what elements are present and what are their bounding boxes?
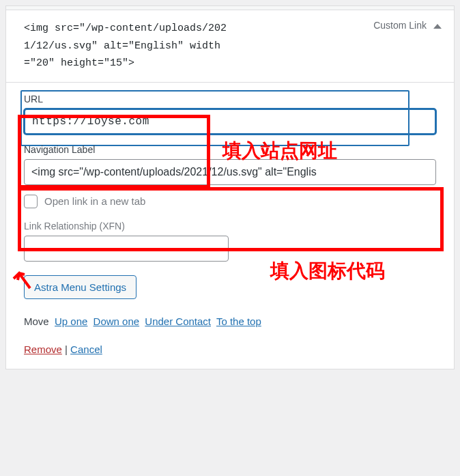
xfn-field: Link Relationship (XFN) (24, 221, 436, 262)
url-label: URL (24, 94, 436, 104)
menu-item-type-label: Custom Link (373, 20, 427, 31)
url-field: URL (24, 94, 436, 135)
annotation-text-icon: 填入图标代码 (270, 258, 385, 284)
open-new-tab-row: Open link in a new tab (24, 195, 436, 208)
astra-menu-settings-button[interactable]: Astra Menu Settings (24, 275, 136, 299)
menu-item-header[interactable]: <img src="/wp-content/uploads/2021/12/us… (6, 10, 454, 83)
xfn-input[interactable] (24, 236, 229, 262)
move-to-top-link[interactable]: To the top (216, 316, 261, 327)
remove-link[interactable]: Remove (24, 344, 62, 355)
url-input[interactable] (24, 109, 436, 135)
move-row: Move Up one Down one Under Contact To th… (24, 316, 436, 327)
annotation-arrow-icon (10, 261, 34, 292)
cancel-link[interactable]: Cancel (70, 344, 102, 355)
move-label: Move (24, 316, 49, 327)
action-separator: | (65, 344, 68, 355)
menu-item-type: Custom Link (373, 20, 442, 72)
menu-item-title: <img src="/wp-content/uploads/2021/12/us… (24, 20, 235, 72)
chevron-up-icon[interactable] (433, 24, 442, 29)
move-under-contact-link[interactable]: Under Contact (145, 316, 211, 327)
remove-row: Remove | Cancel (24, 344, 436, 355)
menu-item-panel: <img src="/wp-content/uploads/2021/12/us… (5, 5, 455, 369)
xfn-label: Link Relationship (XFN) (24, 221, 436, 232)
annotation-text-url: 填入站点网址 (222, 138, 337, 164)
move-down-one-link[interactable]: Down one (94, 316, 140, 327)
open-new-tab-checkbox[interactable] (24, 195, 38, 208)
move-up-one-link[interactable]: Up one (55, 316, 87, 327)
open-new-tab-label: Open link in a new tab (44, 195, 145, 207)
menu-item-body: URL Navigation Label Open link in a new … (6, 83, 454, 369)
